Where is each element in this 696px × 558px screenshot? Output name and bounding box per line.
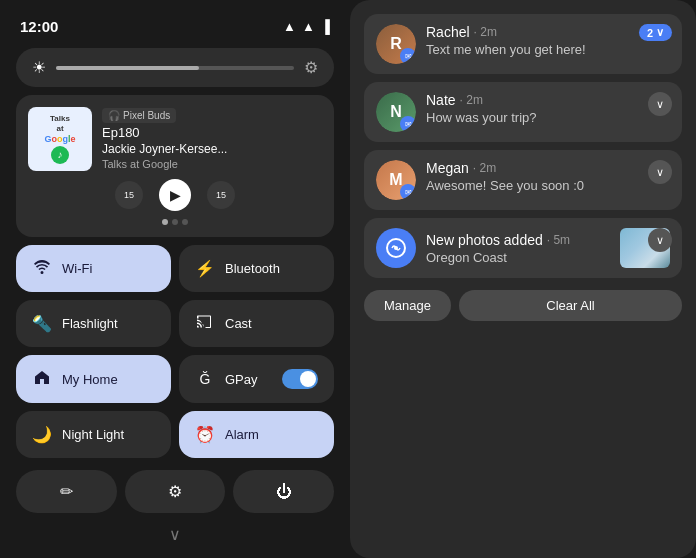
notification-megan[interactable]: M ✉ Megan · 2m Awesome! See you soon :0 … bbox=[364, 150, 682, 210]
skip-forward-button[interactable]: 15 bbox=[207, 181, 235, 209]
notif-content-photos: New photos added · 5m Oregon Coast bbox=[426, 232, 610, 265]
notif-time-megan: · 2m bbox=[473, 161, 496, 175]
media-page-dots bbox=[28, 219, 322, 225]
notif-time-rachel: · 2m bbox=[474, 25, 497, 39]
message-badge-nate: ✉ bbox=[400, 116, 416, 132]
bluetooth-label: Bluetooth bbox=[225, 261, 280, 276]
notif-name-megan: Megan bbox=[426, 160, 469, 176]
notif-header-photos: New photos added · 5m bbox=[426, 232, 610, 248]
notif-header-megan: Megan · 2m bbox=[426, 160, 670, 176]
battery-icon: ▐ bbox=[321, 19, 330, 34]
dot-1 bbox=[162, 219, 168, 225]
notif-msg-megan: Awesome! See you soon :0 bbox=[426, 178, 670, 193]
notif-expand-megan[interactable]: ∨ bbox=[648, 160, 672, 184]
expand-btn-megan[interactable]: ∨ bbox=[648, 160, 672, 184]
notification-nate[interactable]: N ✉ Nate · 2m How was your trip? ∨ bbox=[364, 82, 682, 142]
notif-header-nate: Nate · 2m bbox=[426, 92, 670, 108]
notif-content-rachel: Rachel · 2m Text me when you get here! bbox=[426, 24, 670, 57]
gpay-toggle[interactable]: Ğ GPay bbox=[179, 355, 334, 403]
message-icon: ✉ bbox=[405, 188, 412, 197]
spotify-icon: ♪ bbox=[51, 146, 69, 164]
media-controls: 15 ▶ 15 bbox=[28, 179, 322, 211]
notif-name-rachel: Rachel bbox=[426, 24, 470, 40]
brightness-row[interactable]: ☀ ⚙ bbox=[16, 48, 334, 87]
message-badge-megan: ✉ bbox=[400, 184, 416, 200]
skip-back-button[interactable]: 15 bbox=[115, 181, 143, 209]
brightness-icon: ☀ bbox=[32, 58, 46, 77]
brightness-fill bbox=[56, 66, 199, 70]
dot-3 bbox=[182, 219, 188, 225]
svg-point-1 bbox=[394, 246, 398, 250]
edit-button[interactable]: ✏ bbox=[16, 470, 117, 513]
clock: 12:00 bbox=[20, 18, 58, 35]
nightlight-label: Night Light bbox=[62, 427, 124, 442]
notif-name-nate: Nate bbox=[426, 92, 456, 108]
photos-icon bbox=[376, 228, 416, 268]
status-bar: 12:00 ▲ ▲ ▐ bbox=[16, 12, 334, 40]
clear-all-button[interactable]: Clear All bbox=[459, 290, 682, 321]
gpay-switch[interactable] bbox=[282, 369, 318, 389]
flashlight-icon: 🔦 bbox=[32, 314, 52, 333]
chevron-down-icon[interactable]: ∨ bbox=[16, 525, 334, 544]
bluetooth-icon: ⚡ bbox=[195, 259, 215, 278]
notif-msg-rachel: Text me when you get here! bbox=[426, 42, 670, 57]
bluetooth-toggle[interactable]: ⚡ Bluetooth bbox=[179, 245, 334, 292]
nightlight-toggle[interactable]: 🌙 Night Light bbox=[16, 411, 171, 458]
alarm-icon: ⏰ bbox=[195, 425, 215, 444]
flashlight-label: Flashlight bbox=[62, 316, 118, 331]
media-card: Talksat Google ♪ 🎧 Pixel Buds Ep180 Jack… bbox=[16, 95, 334, 237]
myhome-toggle[interactable]: My Home bbox=[16, 355, 171, 403]
myhome-label: My Home bbox=[62, 372, 118, 387]
cast-icon bbox=[195, 315, 215, 333]
media-show: Talks at Google bbox=[102, 158, 322, 170]
avatar-nate: N ✉ bbox=[376, 92, 416, 132]
notification-photos[interactable]: New photos added · 5m Oregon Coast ∨ bbox=[364, 218, 682, 278]
notif-header-rachel: Rachel · 2m bbox=[426, 24, 670, 40]
google-logo: Google bbox=[44, 134, 75, 144]
play-button[interactable]: ▶ bbox=[159, 179, 191, 211]
notifications-panel: R ✉ Rachel · 2m Text me when you get her… bbox=[350, 0, 696, 558]
notif-content-nate: Nate · 2m How was your trip? bbox=[426, 92, 670, 125]
power-button[interactable]: ⏻ bbox=[233, 470, 334, 513]
notif-time-nate: · 2m bbox=[460, 93, 483, 107]
cast-toggle[interactable]: Cast bbox=[179, 300, 334, 347]
notification-rachel[interactable]: R ✉ Rachel · 2m Text me when you get her… bbox=[364, 14, 682, 74]
alarm-label: Alarm bbox=[225, 427, 259, 442]
wifi-label: Wi-Fi bbox=[62, 261, 92, 276]
media-song-title: Jackie Joyner-Kersee... bbox=[102, 142, 322, 156]
notif-msg-nate: How was your trip? bbox=[426, 110, 670, 125]
notif-expand-nate[interactable]: ∨ bbox=[648, 92, 672, 116]
wifi-status-icon: ▲ bbox=[302, 19, 315, 34]
cast-label: Cast bbox=[225, 316, 252, 331]
pixel-buds-badge: 🎧 Pixel Buds bbox=[102, 108, 176, 123]
notif-expand-rachel[interactable]: 2 ∨ bbox=[639, 24, 672, 41]
dot-2 bbox=[172, 219, 178, 225]
wifi-icon bbox=[32, 260, 52, 278]
gpay-label: GPay bbox=[225, 372, 258, 387]
notif-name-photos: New photos added bbox=[426, 232, 543, 248]
media-top: Talksat Google ♪ 🎧 Pixel Buds Ep180 Jack… bbox=[28, 107, 322, 171]
settings-icon[interactable]: ⚙ bbox=[304, 58, 318, 77]
quick-toggles: Wi-Fi ⚡ Bluetooth 🔦 Flashlight Cast bbox=[16, 245, 334, 458]
expand-btn-photos[interactable]: ∨ bbox=[648, 228, 672, 252]
home-icon bbox=[32, 370, 52, 388]
media-info: 🎧 Pixel Buds Ep180 Jackie Joyner-Kersee.… bbox=[102, 108, 322, 170]
expand-badge-rachel[interactable]: 2 ∨ bbox=[639, 24, 672, 41]
message-badge: ✉ bbox=[400, 48, 416, 64]
flashlight-toggle[interactable]: 🔦 Flashlight bbox=[16, 300, 171, 347]
message-icon: ✉ bbox=[405, 52, 412, 61]
expand-btn-nate[interactable]: ∨ bbox=[648, 92, 672, 116]
gpay-icon: Ğ bbox=[195, 371, 215, 387]
alarm-toggle[interactable]: ⏰ Alarm bbox=[179, 411, 334, 458]
avatar-megan: M ✉ bbox=[376, 160, 416, 200]
wifi-toggle[interactable]: Wi-Fi bbox=[16, 245, 171, 292]
message-icon: ✉ bbox=[405, 120, 412, 129]
notif-expand-photos[interactable]: ∨ bbox=[648, 228, 672, 252]
settings-button[interactable]: ⚙ bbox=[125, 470, 226, 513]
avatar-rachel: R ✉ bbox=[376, 24, 416, 64]
brightness-slider[interactable] bbox=[56, 66, 294, 70]
manage-button[interactable]: Manage bbox=[364, 290, 451, 321]
bottom-bar: ✏ ⚙ ⏻ bbox=[16, 470, 334, 513]
media-artwork: Talksat Google ♪ bbox=[28, 107, 92, 171]
left-panel: 12:00 ▲ ▲ ▐ ☀ ⚙ Talksat Google ♪ bbox=[0, 0, 350, 558]
